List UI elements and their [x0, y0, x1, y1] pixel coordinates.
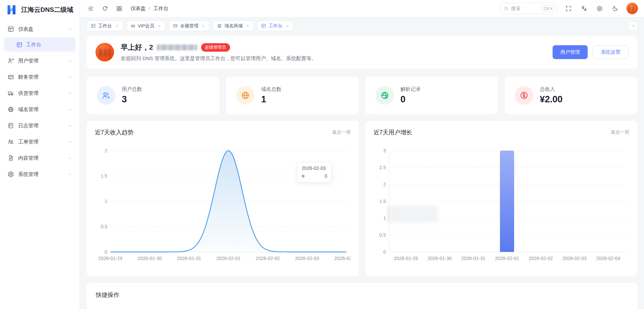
theme-settings-button[interactable] [595, 4, 604, 13]
svg-text:1.5: 1.5 [101, 173, 108, 179]
sidebar-item-label: 仪表盘 [18, 26, 33, 32]
breadcrumb: 仪表盘 / 工作台 [131, 5, 168, 12]
sidebar-item-workbench[interactable]: 工作台 [4, 37, 76, 52]
search-box[interactable]: Ctrl k [500, 3, 557, 14]
chevron-down-icon [68, 59, 72, 63]
tab-shop[interactable]: 域名商城 [213, 21, 254, 31]
sidebar-item-domains[interactable]: 域名管理 [4, 102, 76, 117]
svg-text:2026-02-04: 2026-02-04 [596, 256, 620, 261]
stat-label: 域名总数 [261, 86, 281, 93]
svg-text:0.5: 0.5 [380, 232, 386, 238]
domain-icon [7, 106, 14, 113]
app-logo-icon [5, 4, 18, 16]
breadcrumb-workbench[interactable]: 工作台 [153, 5, 168, 12]
svg-text:0: 0 [383, 249, 386, 255]
search-input[interactable] [511, 6, 535, 11]
language-button[interactable] [580, 4, 588, 13]
sidebar-item-label: 域名管理 [18, 106, 38, 113]
revenue-line-chart: 00.511.522026-01-292026-01-302026-01-312… [95, 145, 351, 265]
app-title: 江海云DNS二级域 [21, 5, 73, 14]
system-settings-button[interactable]: 系统设置 [593, 45, 628, 59]
welcome-avatar [95, 43, 114, 61]
svg-text:2: 2 [105, 148, 107, 153]
sidebar-collapse-button[interactable] [87, 4, 95, 13]
sidebar-item-label: 日志管理 [18, 123, 38, 129]
chevron-down-icon [68, 156, 72, 160]
svg-text:2026-02-01: 2026-02-01 [216, 256, 241, 261]
chevron-down-icon [68, 172, 72, 177]
sidebar-item-label: 用户管理 [18, 58, 38, 64]
close-icon[interactable] [157, 24, 161, 28]
moon-icon [612, 5, 618, 12]
svg-text:1.5: 1.5 [380, 199, 386, 204]
stat-value: 1 [261, 94, 281, 105]
tab-bar: 工作台VIP会员余额管理域名商城工作台 [80, 17, 644, 33]
page-content: 早上好，2 超级管理员 欢迎回到 DNS 管理系统。这里是管理员工作台，您可以管… [80, 33, 644, 309]
globe-icon [241, 91, 250, 100]
workbench-icon [16, 42, 23, 48]
log-icon [7, 122, 14, 129]
sidebar-item-supply[interactable]: 供货管理 [4, 86, 76, 101]
user-management-button[interactable]: 用户管理 [553, 45, 588, 59]
svg-text:1: 1 [105, 199, 107, 204]
user-growth-bar-chart-svg: 00.511.522.532026-01-292026-01-302026-01… [373, 145, 629, 263]
tabbar-collapse-button[interactable] [628, 21, 638, 31]
tab-vip[interactable]: VIP会员 [127, 21, 166, 31]
tooltip-value: 0 [325, 173, 327, 179]
sidebar-item-tickets[interactable]: 工单管理 [4, 134, 76, 149]
refresh-button[interactable] [101, 4, 109, 13]
breadcrumb-separator: / [149, 5, 150, 12]
sidebar-item-label: 工单管理 [18, 139, 38, 145]
charts-row: 近7天收入趋势 最近一周 00.511.522026-01-292026-01-… [87, 121, 637, 276]
apps-grid-button[interactable] [115, 4, 123, 13]
svg-text:2026-01-29: 2026-01-29 [98, 256, 122, 261]
tab-workbench-2[interactable]: 工作台 [257, 21, 293, 31]
revenue-stat-badge [515, 86, 533, 105]
svg-text:2026-02-02: 2026-02-02 [256, 256, 280, 261]
svg-text:2026-01-31: 2026-01-31 [461, 256, 485, 261]
supply-icon [7, 90, 14, 97]
stat-card-users: 用户总数3 [87, 77, 219, 114]
sidebar-item-dashboard[interactable]: 仪表盘 [4, 22, 76, 36]
stat-label: 总收入 [540, 86, 563, 93]
chevron-down-icon [68, 91, 72, 96]
welcome-banner: 早上好，2 超级管理员 欢迎回到 DNS 管理系统。这里是管理员工作台，您可以管… [87, 36, 637, 69]
svg-text:0.5: 0.5 [101, 224, 108, 229]
close-icon[interactable] [201, 24, 205, 28]
shop-icon [217, 23, 222, 28]
fullscreen-icon [565, 5, 572, 12]
workbench-icon [91, 23, 96, 28]
sidebar-item-logs[interactable]: 日志管理 [4, 118, 76, 133]
topbar: 仪表盘 / 工作台 Ctrl k [80, 0, 644, 17]
dashboard-icon [7, 26, 14, 32]
chevron-down-icon [68, 75, 72, 79]
close-icon[interactable] [246, 24, 250, 28]
workbench-icon [261, 23, 266, 28]
sidebar-menu: 仪表盘工作台用户管理财务管理供货管理域名管理日志管理工单管理内容管理系统管理 [0, 20, 80, 184]
stats-row: 用户总数3域名总数1解析记录0总收入¥2.00 [87, 77, 637, 114]
growth-chart-title: 近7天用户增长 [373, 128, 412, 136]
user-growth-bar-chart: 00.511.522.532026-01-292026-01-302026-01… [373, 145, 629, 265]
globe-stat-badge [236, 86, 255, 105]
welcome-subtitle: 欢迎回到 DNS 管理系统。这里是管理员工作台，您可以管理用户、域名、系统配置等… [121, 55, 316, 62]
balance-icon [173, 23, 178, 28]
dark-mode-button[interactable] [611, 4, 619, 13]
sidebar-item-users[interactable]: 用户管理 [4, 53, 76, 68]
sidebar-item-finance[interactable]: 财务管理 [4, 70, 76, 84]
sidebar-item-content[interactable]: 内容管理 [4, 151, 76, 165]
user-add-icon [7, 57, 14, 64]
close-icon[interactable] [115, 24, 119, 28]
fullscreen-button[interactable] [564, 4, 573, 13]
tab-workbench[interactable]: 工作台 [87, 21, 123, 31]
user-avatar[interactable] [626, 3, 638, 14]
svg-text:2026-01-31: 2026-01-31 [177, 256, 201, 261]
tab-label: 工作台 [269, 23, 282, 29]
welcome-actions: 用户管理 系统设置 [553, 45, 628, 59]
close-icon[interactable] [285, 24, 289, 28]
stat-value: 3 [122, 94, 142, 105]
sidebar-item-system[interactable]: 系统管理 [4, 167, 76, 182]
tab-balance[interactable]: 余额管理 [169, 21, 209, 31]
breadcrumb-dashboard[interactable]: 仪表盘 [131, 5, 146, 12]
svg-text:3: 3 [383, 148, 386, 153]
stat-label: 用户总数 [122, 86, 142, 93]
